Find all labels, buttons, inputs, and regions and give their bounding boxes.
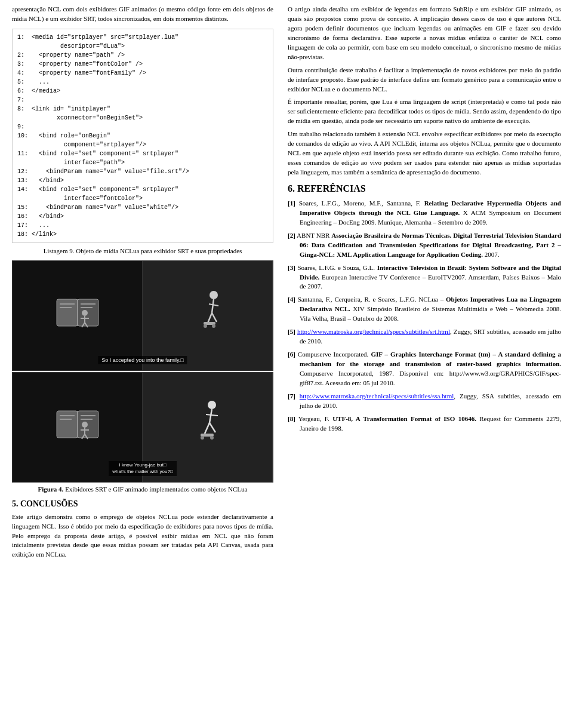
figure-caption: Figura 4. Exibidores SRT e GIF animado i… <box>12 485 273 494</box>
listing-caption-text: Objeto de mídia NCLua para exibidor SRT … <box>76 247 242 254</box>
ref-entry-6: [6] Compuserve Incorporated. GIF – Graph… <box>288 350 561 388</box>
svg-rect-25 <box>81 415 96 416</box>
figure-panel-skater-top <box>143 261 273 370</box>
figure-caption-text: Exibidores SRT e GIF animado implementad… <box>65 486 247 493</box>
svg-line-13 <box>212 299 214 313</box>
svg-rect-6 <box>81 307 93 308</box>
svg-rect-0 <box>57 299 78 326</box>
subtitle-top: So I accepted you into the family.□ <box>98 356 187 364</box>
svg-point-27 <box>82 422 88 428</box>
svg-point-7 <box>82 310 88 316</box>
figure-label: Figura 4. <box>38 486 64 493</box>
intro-paragraph: apresentação NCL com dois exibidores GIF… <box>12 5 273 24</box>
subtitle-bottom-text: I know Young-jae but□what's the matter w… <box>112 462 173 474</box>
svg-point-19 <box>212 324 215 328</box>
ref-link-7[interactable]: http://www.matroska.org/technical/specs/… <box>300 392 454 400</box>
listing-caption: Listagem 9. Objeto de mídia NCLua para e… <box>12 247 273 256</box>
svg-point-18 <box>204 324 207 328</box>
references-heading: 6. REFERÊNCIAS <box>288 183 561 194</box>
references-list: [1] Soares, L.F.G., Moreno, M.F., Santan… <box>288 199 561 434</box>
svg-rect-5 <box>81 303 96 305</box>
svg-point-39 <box>210 436 214 440</box>
svg-rect-1 <box>78 299 98 326</box>
listing-label: Listagem 9. <box>44 247 75 254</box>
right-para1: O artigo ainda detalha um exibidor de le… <box>288 5 561 62</box>
svg-line-34 <box>206 414 218 416</box>
svg-rect-23 <box>60 415 75 416</box>
figure-panel-book-top <box>13 261 143 370</box>
figure-images: So I accepted you into the family.□ <box>12 260 273 483</box>
svg-line-35 <box>205 423 210 434</box>
figure-container: So I accepted you into the family.□ <box>12 260 273 494</box>
svg-line-16 <box>212 313 217 322</box>
svg-rect-26 <box>81 419 93 420</box>
skater-icon-bottom <box>187 398 229 457</box>
svg-rect-24 <box>60 419 72 420</box>
svg-line-36 <box>210 423 215 432</box>
svg-rect-21 <box>78 411 98 438</box>
ref-entry-7: [7] http://www.matroska.org/technical/sp… <box>288 392 561 411</box>
ref-entry-3: [3] Soares, L.F.G. e Souza, G.L. Interac… <box>288 263 561 292</box>
subtitle-bottom: I know Young-jae but□what's the matter w… <box>109 461 177 476</box>
svg-rect-4 <box>60 307 72 308</box>
right-para3: É importante ressaltar, porém, que Lua é… <box>288 97 561 126</box>
figure-row-bottom: I know Young-jae but□what's the matter w… <box>12 372 273 483</box>
book-icon-bottom <box>54 408 101 447</box>
ref-entry-4: [4] Santanna, F., Cerqueira, R. e Soares… <box>288 295 561 324</box>
ref-link-5[interactable]: http://www.matroska.org/technical/specs/… <box>297 328 450 335</box>
ref-entry-5: [5] http://www.matroska.org/technical/sp… <box>288 327 561 346</box>
figure-row-top: So I accepted you into the family.□ <box>12 260 273 371</box>
skater-icon-top <box>187 286 229 346</box>
right-para4: Um trabalho relacionado também à extensã… <box>288 130 561 177</box>
ref-entry-2: [2] ABNT NBR Associação Brasileira de No… <box>288 231 561 260</box>
svg-rect-20 <box>57 411 78 438</box>
svg-point-12 <box>210 291 218 299</box>
left-column: apresentação NCL com dois exibidores GIF… <box>0 0 281 568</box>
svg-line-33 <box>210 409 212 423</box>
svg-line-15 <box>208 313 212 323</box>
conclusion-heading: 5. CONCLUSÕES <box>12 499 273 509</box>
book-icon-top <box>54 296 101 335</box>
page: apresentação NCL com dois exibidores GIF… <box>0 0 573 568</box>
svg-point-32 <box>208 401 216 409</box>
right-para2: Outra contribuição deste trabalho é faci… <box>288 66 561 94</box>
ref-entry-1: [1] Soares, L.F.G., Moreno, M.F., Santan… <box>288 199 561 228</box>
code-listing: 1: <media id="srtplayer" src="srtplayer.… <box>12 29 273 243</box>
svg-rect-3 <box>60 303 75 305</box>
right-column: O artigo ainda detalha um exibidor de le… <box>281 0 573 568</box>
ref-entry-8: [8] Yergeau, F. UTF-8, A Transformation … <box>288 414 561 434</box>
conclusion-text: Este artigo demonstra como o emprego de … <box>12 512 273 560</box>
svg-point-38 <box>201 436 204 440</box>
